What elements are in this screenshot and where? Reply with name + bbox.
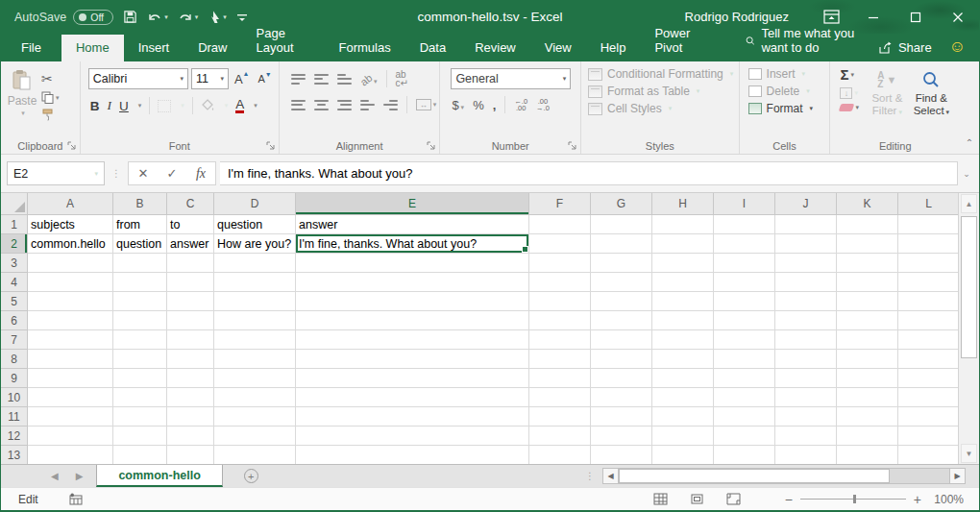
cell-J10[interactable] xyxy=(775,388,837,407)
cell-F8[interactable] xyxy=(529,350,591,369)
increase-decimal-button[interactable]: ←.0.00 xyxy=(514,98,527,111)
delete-dropdown-icon[interactable]: ▾ xyxy=(806,87,810,95)
cell-H4[interactable] xyxy=(652,273,714,292)
tab-review[interactable]: Review xyxy=(460,35,530,61)
cell-C10[interactable] xyxy=(167,388,214,407)
alignment-dialog-launcher[interactable] xyxy=(427,141,436,151)
row-header-13[interactable]: 13 xyxy=(1,446,28,464)
cell-K5[interactable] xyxy=(837,292,898,311)
cell-C13[interactable] xyxy=(167,446,214,464)
font-size-select[interactable]: 11▾ xyxy=(191,68,229,89)
cell-C12[interactable] xyxy=(167,427,214,446)
cell-I11[interactable] xyxy=(714,407,775,427)
next-sheet-icon[interactable]: ▶ xyxy=(76,471,84,481)
cell-E2[interactable]: I'm fine, thanks. What about you? xyxy=(296,234,529,254)
column-header-J[interactable]: J xyxy=(775,193,837,215)
touch-mode-dropdown-icon[interactable]: ▾ xyxy=(223,13,227,21)
cell-D5[interactable] xyxy=(214,292,296,311)
cell-J5[interactable] xyxy=(775,292,837,311)
cell-F4[interactable] xyxy=(529,273,591,292)
cell-B7[interactable] xyxy=(113,330,167,350)
merge-dropdown-icon[interactable]: ▾ xyxy=(433,101,437,109)
cell-A13[interactable] xyxy=(28,446,113,464)
cell-I1[interactable] xyxy=(714,215,775,234)
cell-D3[interactable] xyxy=(214,254,296,273)
currency-button[interactable]: $▾ xyxy=(452,98,464,112)
sort-filter-button[interactable]: AZ▼ Sort &Filter▾ xyxy=(865,66,909,136)
cell-C3[interactable] xyxy=(167,254,214,273)
cell-L8[interactable] xyxy=(898,350,960,369)
cell-D7[interactable] xyxy=(214,330,296,350)
cell-K4[interactable] xyxy=(837,273,898,292)
cell-L11[interactable] xyxy=(898,407,960,427)
row-header-2[interactable]: 2 xyxy=(1,234,28,254)
cell-I12[interactable] xyxy=(714,427,775,446)
column-header-E[interactable]: E xyxy=(296,193,529,215)
cell-I5[interactable] xyxy=(714,292,775,311)
cell-B5[interactable] xyxy=(113,292,167,311)
column-header-A[interactable]: A xyxy=(28,193,113,215)
cell-C6[interactable] xyxy=(167,311,214,330)
cell-J12[interactable] xyxy=(775,427,837,446)
cell-J4[interactable] xyxy=(775,273,837,292)
cell-D4[interactable] xyxy=(214,273,296,292)
row-header-12[interactable]: 12 xyxy=(1,427,28,446)
align-center-button[interactable] xyxy=(314,100,329,110)
tab-data[interactable]: Data xyxy=(405,35,460,61)
cell-F12[interactable] xyxy=(529,427,591,446)
cell-G10[interactable] xyxy=(591,388,652,407)
tabbar-splitter[interactable]: ⋮ xyxy=(585,465,602,487)
cell-B11[interactable] xyxy=(113,407,167,427)
decrease-font-button[interactable]: A▼ xyxy=(256,73,275,85)
row-header-9[interactable]: 9 xyxy=(1,369,28,388)
select-all-button[interactable] xyxy=(1,193,28,215)
cell-L10[interactable] xyxy=(898,388,960,407)
cell-F5[interactable] xyxy=(529,292,591,311)
format-painter-button[interactable] xyxy=(41,109,60,121)
font-color-button[interactable]: A xyxy=(235,98,244,113)
new-sheet-button[interactable]: + xyxy=(244,465,258,487)
column-header-B[interactable]: B xyxy=(113,193,167,215)
cell-E8[interactable] xyxy=(296,350,529,369)
insert-function-button[interactable]: fx xyxy=(186,166,215,182)
cell-A1[interactable]: subjects xyxy=(28,215,113,234)
cell-F6[interactable] xyxy=(529,311,591,330)
cell-J3[interactable] xyxy=(775,254,837,273)
autosum-button[interactable]: Σ▾ xyxy=(840,66,865,83)
cell-A4[interactable] xyxy=(28,273,113,292)
conditional-formatting-button[interactable]: Conditional Formatting▾ xyxy=(588,67,737,81)
cell-K6[interactable] xyxy=(837,311,898,330)
orientation-button[interactable]: ab▾ xyxy=(360,70,378,87)
cell-F2[interactable] xyxy=(529,234,591,254)
font-dialog-launcher[interactable] xyxy=(266,141,276,151)
bold-button[interactable]: B xyxy=(90,99,100,113)
column-header-D[interactable]: D xyxy=(214,193,296,215)
name-box-dropdown-icon[interactable]: ▾ xyxy=(94,170,98,178)
number-dialog-launcher[interactable] xyxy=(568,141,577,151)
cell-G9[interactable] xyxy=(591,369,652,388)
cell-J13[interactable] xyxy=(775,446,837,464)
orientation-dropdown-icon[interactable]: ▾ xyxy=(374,78,378,85)
clear-dropdown-icon[interactable]: ▾ xyxy=(855,104,859,111)
cell-I13[interactable] xyxy=(714,446,775,464)
touch-mouse-mode-button[interactable]: ▾ xyxy=(208,10,227,24)
tab-insert[interactable]: Insert xyxy=(124,35,184,61)
cell-K11[interactable] xyxy=(837,407,898,427)
tab-home[interactable]: Home xyxy=(61,35,124,61)
cell-J6[interactable] xyxy=(775,311,837,330)
cell-J11[interactable] xyxy=(775,407,837,427)
cell-I3[interactable] xyxy=(714,254,775,273)
cell-B3[interactable] xyxy=(113,254,167,273)
number-format-select[interactable]: General▾ xyxy=(451,68,571,89)
tab-page-layout[interactable]: Page Layout xyxy=(242,20,325,61)
normal-view-button[interactable] xyxy=(643,493,679,505)
borders-dropdown-icon[interactable]: ▾ xyxy=(181,102,184,110)
cell-F11[interactable] xyxy=(529,407,591,427)
cell-C4[interactable] xyxy=(167,273,214,292)
cell-A2[interactable]: common.hello xyxy=(28,234,113,254)
cell-L9[interactable] xyxy=(898,369,960,388)
cell-I8[interactable] xyxy=(714,350,775,369)
cell-G2[interactable] xyxy=(591,234,652,254)
redo-button[interactable]: ▾ xyxy=(178,11,199,24)
row-header-4[interactable]: 4 xyxy=(1,273,28,292)
